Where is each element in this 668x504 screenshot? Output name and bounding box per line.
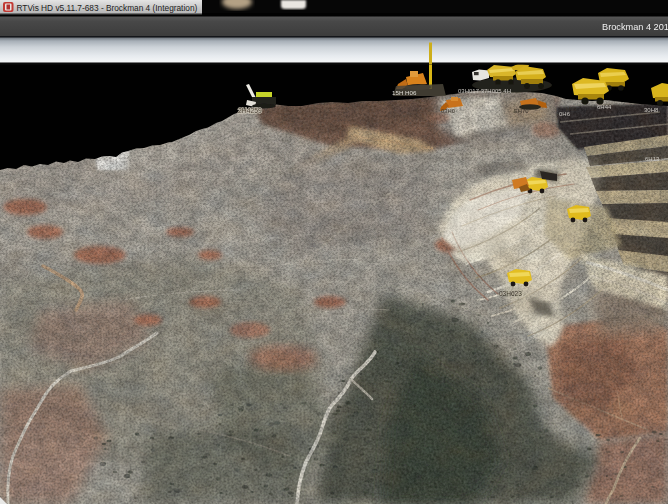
svg-text:RTVis HD v5.11.7-683 - Brockma: RTVis HD v5.11.7-683 - Brockman 4 (Integ… [17, 3, 198, 13]
svg-text:15H H06: 15H H06 [392, 89, 417, 96]
svg-text:03H017 37H005 4H: 03H017 37H005 4H [458, 88, 511, 94]
svg-text:0H6: 0H6 [559, 111, 571, 117]
svg-text:6H13: 6H13 [645, 156, 660, 162]
svg-text:2H4259: 2H4259 [238, 107, 262, 114]
svg-text:6H44: 6H44 [597, 104, 612, 110]
svg-text:03H623: 03H623 [499, 290, 522, 297]
svg-text:Brockman 4 2019: Brockman 4 2019 [602, 22, 668, 32]
svg-text:EH70: EH70 [514, 108, 529, 114]
svg-text:30H8: 30H8 [644, 107, 659, 113]
svg-text:03H0: 03H0 [441, 108, 455, 114]
